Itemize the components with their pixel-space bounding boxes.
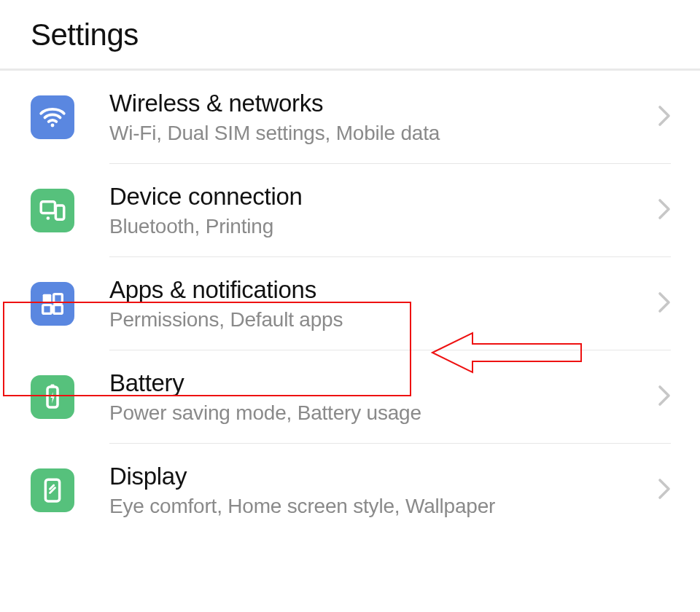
settings-item-title: Wireless & networks bbox=[109, 90, 646, 117]
svg-rect-6 bbox=[43, 305, 52, 314]
settings-item-text: Display Eye comfort, Home screen style, … bbox=[109, 463, 646, 518]
settings-item-title: Display bbox=[109, 463, 646, 490]
settings-item-title: Apps & notifications bbox=[109, 276, 646, 304]
settings-item-subtitle: Eye comfort, Home screen style, Wallpape… bbox=[109, 495, 646, 518]
settings-item-text: Wireless & networks Wi-Fi, Dual SIM sett… bbox=[109, 90, 646, 145]
settings-item-text: Device connection Bluetooth, Printing bbox=[109, 183, 646, 238]
chevron-right-icon bbox=[658, 478, 671, 503]
settings-item-subtitle: Permissions, Default apps bbox=[109, 308, 646, 332]
settings-item-battery[interactable]: Battery Power saving mode, Battery usage bbox=[0, 350, 700, 444]
wifi-icon bbox=[31, 95, 74, 139]
devices-icon bbox=[31, 189, 74, 232]
page-title: Settings bbox=[31, 17, 700, 52]
settings-item-subtitle: Bluetooth, Printing bbox=[109, 215, 646, 238]
svg-rect-1 bbox=[41, 202, 55, 213]
svg-rect-7 bbox=[54, 305, 63, 314]
chevron-right-icon bbox=[658, 105, 671, 130]
chevron-right-icon bbox=[658, 385, 671, 409]
settings-item-subtitle: Power saving mode, Battery usage bbox=[109, 401, 646, 425]
settings-item-device-connection[interactable]: Device connection Bluetooth, Printing bbox=[0, 164, 700, 257]
apps-icon bbox=[31, 282, 74, 326]
svg-rect-5 bbox=[54, 294, 63, 303]
svg-point-3 bbox=[47, 216, 50, 220]
settings-item-wireless[interactable]: Wireless & networks Wi-Fi, Dual SIM sett… bbox=[0, 71, 700, 164]
settings-list: Wireless & networks Wi-Fi, Dual SIM sett… bbox=[0, 71, 700, 537]
display-icon bbox=[31, 468, 74, 512]
settings-item-subtitle: Wi-Fi, Dual SIM settings, Mobile data bbox=[109, 122, 646, 145]
chevron-right-icon bbox=[658, 291, 671, 316]
settings-item-text: Battery Power saving mode, Battery usage bbox=[109, 369, 646, 425]
settings-item-title: Device connection bbox=[109, 183, 646, 211]
battery-icon bbox=[31, 375, 74, 419]
settings-item-title: Battery bbox=[109, 369, 646, 397]
chevron-right-icon bbox=[658, 198, 671, 223]
svg-rect-4 bbox=[43, 294, 52, 303]
svg-point-0 bbox=[51, 124, 55, 128]
svg-rect-2 bbox=[55, 205, 63, 219]
settings-item-text: Apps & notifications Permissions, Defaul… bbox=[109, 276, 646, 332]
settings-header: Settings bbox=[0, 0, 700, 68]
svg-rect-9 bbox=[50, 385, 54, 388]
settings-item-display[interactable]: Display Eye comfort, Home screen style, … bbox=[0, 444, 700, 537]
settings-item-apps-notifications[interactable]: Apps & notifications Permissions, Defaul… bbox=[0, 257, 700, 350]
